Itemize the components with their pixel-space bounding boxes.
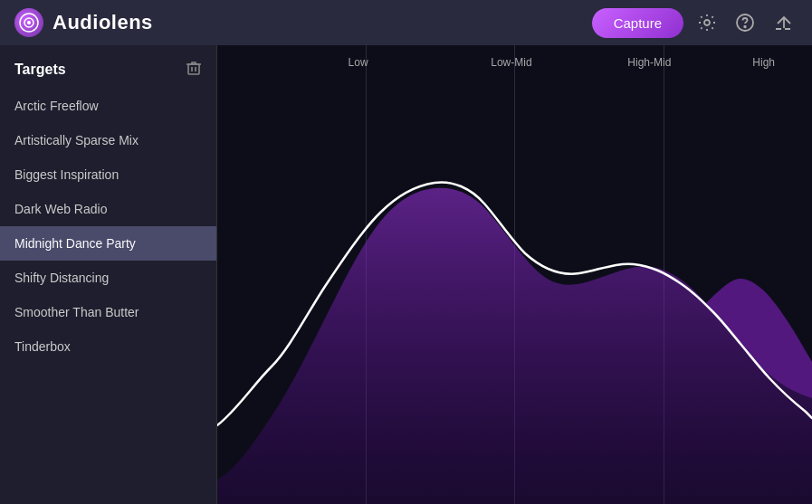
delete-icon[interactable] [186, 60, 202, 80]
sidebar-item-4[interactable]: Midnight Dance Party [0, 226, 216, 261]
sidebar-item-3[interactable]: Dark Web Radio [0, 192, 216, 226]
sidebar-item-7[interactable]: Tinderbox [0, 329, 216, 364]
sidebar-item-6[interactable]: Smoother Than Butter [0, 295, 216, 329]
svg-rect-6 [188, 64, 199, 74]
svg-point-5 [744, 26, 746, 28]
svg-point-2 [27, 21, 31, 24]
sidebar-item-1[interactable]: Artistically Sparse Mix [0, 123, 216, 157]
sidebar-item-0[interactable]: Arctic Freeflow [0, 89, 216, 123]
sidebar-item-5[interactable]: Shifty Distancing [0, 261, 216, 295]
sidebar-header: Targets [0, 45, 216, 89]
svg-point-3 [704, 20, 710, 25]
label-lowmid: Low-Mid [491, 56, 531, 69]
app-logo [14, 8, 43, 37]
sidebar-item-2[interactable]: Biggest Inspiration [0, 157, 216, 192]
share-icon[interactable] [769, 8, 798, 37]
app-title: Audiolens [53, 11, 583, 34]
sidebar: Targets Arctic FreeflowArtistically Spar… [0, 45, 217, 504]
main-content: Targets Arctic FreeflowArtistically Spar… [0, 45, 812, 504]
sidebar-title: Targets [14, 62, 66, 78]
label-low: Low [349, 56, 368, 69]
settings-icon[interactable] [693, 8, 721, 37]
capture-button[interactable]: Capture [592, 8, 683, 38]
help-icon[interactable] [731, 8, 759, 37]
label-high: High [752, 56, 775, 69]
targets-list: Arctic FreeflowArtistically Sparse MixBi… [0, 89, 216, 504]
app-header: Audiolens Capture [0, 0, 812, 45]
chart-area: Low Low-Mid High-Mid High [217, 45, 812, 504]
label-highmid: High-Mid [627, 56, 671, 69]
frequency-chart [217, 45, 812, 504]
